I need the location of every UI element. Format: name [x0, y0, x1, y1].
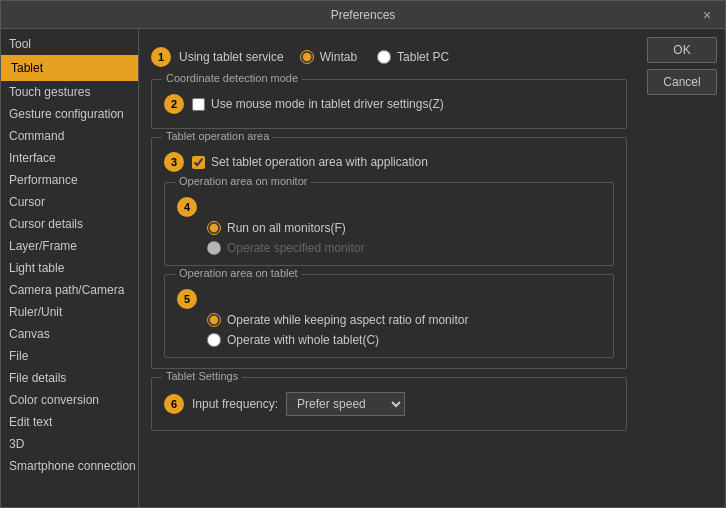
sidebar-item-cursor-details[interactable]: Cursor details — [1, 213, 138, 235]
sidebar-item-performance[interactable]: Performance — [1, 169, 138, 191]
mouse-mode-checkbox[interactable] — [192, 98, 205, 111]
main-content: ToolTabletTouch gesturesGesture configur… — [1, 29, 725, 507]
badge-5: 5 — [177, 289, 197, 309]
buttons-panel: OK Cancel — [639, 29, 725, 507]
tablet-settings-section: Tablet Settings6Input frequency:Prefer s… — [151, 377, 627, 431]
monitor-radio-input-all-monitors[interactable] — [207, 221, 221, 235]
sidebar-item-command[interactable]: Command — [1, 125, 138, 147]
sidebar-item-gesture-configuration[interactable]: Gesture configuration — [1, 103, 138, 125]
preferences-window: Preferences × ToolTabletTouch gesturesGe… — [0, 0, 726, 508]
right-panel: 1Using tablet serviceWintabTablet PCCoor… — [139, 29, 639, 507]
coordinate-detection-section: Coordinate detection mode2Use mouse mode… — [151, 79, 627, 129]
window-title: Preferences — [29, 8, 697, 22]
using-tablet-label: Using tablet service — [179, 50, 284, 64]
tablet-settings-label: Tablet Settings — [162, 370, 242, 382]
cancel-button[interactable]: Cancel — [647, 69, 717, 95]
sidebar-item-file[interactable]: File — [1, 345, 138, 367]
tablet-area-radio-group: Operate while keeping aspect ratio of mo… — [207, 313, 601, 347]
tablet-area-radio-whole-tablet[interactable]: Operate with whole tablet(C) — [207, 333, 601, 347]
sidebar-item-canvas[interactable]: Canvas — [1, 323, 138, 345]
input-freq-label: Input frequency: — [192, 397, 278, 411]
tablet-operation-area-section: Tablet operation area3Set tablet operati… — [151, 137, 627, 369]
sidebar-item-3d[interactable]: 3D — [1, 433, 138, 455]
radio-input-wintab[interactable] — [300, 50, 314, 64]
tablet-area-radio-label-whole-tablet: Operate with whole tablet(C) — [227, 333, 379, 347]
sidebar-item-light-table[interactable]: Light table — [1, 257, 138, 279]
input-freq-select[interactable]: Prefer speedPrefer accuracyStandard — [286, 392, 405, 416]
tablet-area-radio-keep-aspect[interactable]: Operate while keeping aspect ratio of mo… — [207, 313, 601, 327]
set-tablet-area-checkbox-label[interactable]: Set tablet operation area with applicati… — [192, 155, 428, 169]
radio-tablet-pc[interactable]: Tablet PC — [377, 50, 449, 64]
using-tablet-section: 1Using tablet serviceWintabTablet PC — [151, 41, 627, 71]
monitor-radio-label-all-monitors: Run on all monitors(F) — [227, 221, 346, 235]
close-icon[interactable]: × — [697, 7, 717, 23]
set-tablet-area-label: Set tablet operation area with applicati… — [211, 155, 428, 169]
radio-label-tablet-pc: Tablet PC — [397, 50, 449, 64]
badge-2: 2 — [164, 94, 184, 114]
sidebar-item-color-conversion[interactable]: Color conversion — [1, 389, 138, 411]
sidebar-item-edit-text[interactable]: Edit text — [1, 411, 138, 433]
tablet-service-radio-group: WintabTablet PC — [300, 50, 449, 64]
sidebar: ToolTabletTouch gesturesGesture configur… — [1, 29, 139, 507]
badge-6: 6 — [164, 394, 184, 414]
radio-wintab[interactable]: Wintab — [300, 50, 357, 64]
radio-input-tablet-pc[interactable] — [377, 50, 391, 64]
sidebar-item-tablet[interactable]: Tablet — [1, 55, 138, 81]
coordinate-detection-row: 2Use mouse mode in tablet driver setting… — [164, 94, 614, 114]
tablet-area-radio-label-keep-aspect: Operate while keeping aspect ratio of mo… — [227, 313, 468, 327]
tablet-area-radio-input-keep-aspect[interactable] — [207, 313, 221, 327]
sidebar-item-touch-gestures[interactable]: Touch gestures — [1, 81, 138, 103]
operation-area-monitor-section: Operation area on monitor4Run on all mon… — [164, 182, 614, 266]
set-tablet-area-checkbox[interactable] — [192, 156, 205, 169]
title-bar: Preferences × — [1, 1, 725, 29]
badge-4: 4 — [177, 197, 197, 217]
operation-area-tablet-label: Operation area on tablet — [175, 267, 302, 279]
monitor-radio-all-monitors[interactable]: Run on all monitors(F) — [207, 221, 601, 235]
sidebar-item-smartphone-connection[interactable]: Smartphone connection — [1, 455, 138, 477]
badge-3: 3 — [164, 152, 184, 172]
sidebar-item-cursor[interactable]: Cursor — [1, 191, 138, 213]
sidebar-item-camera-path[interactable]: Camera path/Camera — [1, 279, 138, 301]
input-freq-row: 6Input frequency:Prefer speedPrefer accu… — [164, 392, 614, 416]
tablet-area-radio-input-whole-tablet[interactable] — [207, 333, 221, 347]
tablet-operation-area-label: Tablet operation area — [162, 130, 273, 142]
sidebar-item-interface[interactable]: Interface — [1, 147, 138, 169]
operation-area-monitor-label: Operation area on monitor — [175, 175, 311, 187]
mouse-mode-label: Use mouse mode in tablet driver settings… — [211, 97, 444, 111]
operation-area-tablet-header-row: 5 — [177, 289, 601, 309]
operation-area-tablet-section: Operation area on tablet5Operate while k… — [164, 274, 614, 358]
monitor-radio-group: Run on all monitors(F)Operate specified … — [207, 221, 601, 255]
sidebar-item-layer-frame[interactable]: Layer/Frame — [1, 235, 138, 257]
badge-1: 1 — [151, 47, 171, 67]
monitor-radio-specified-monitor[interactable]: Operate specified monitor — [207, 241, 601, 255]
monitor-radio-input-specified-monitor[interactable] — [207, 241, 221, 255]
monitor-radio-label-specified-monitor: Operate specified monitor — [227, 241, 364, 255]
sidebar-item-tool[interactable]: Tool — [1, 33, 138, 55]
operation-area-monitor-header-row: 4 — [177, 197, 601, 217]
ok-button[interactable]: OK — [647, 37, 717, 63]
radio-label-wintab: Wintab — [320, 50, 357, 64]
coordinate-detection-label: Coordinate detection mode — [162, 72, 302, 84]
sidebar-item-ruler-unit[interactable]: Ruler/Unit — [1, 301, 138, 323]
tablet-operation-row: 3Set tablet operation area with applicat… — [164, 152, 614, 172]
mouse-mode-checkbox-label[interactable]: Use mouse mode in tablet driver settings… — [192, 97, 444, 111]
sidebar-item-file-details[interactable]: File details — [1, 367, 138, 389]
